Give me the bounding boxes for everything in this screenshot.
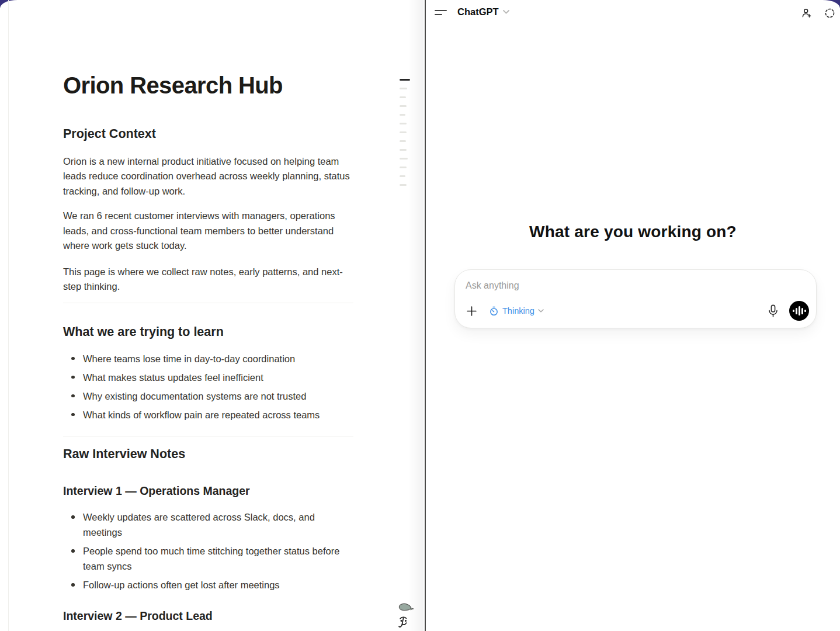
window-edge-shadow — [408, 0, 424, 631]
list-item[interactable]: Why existing documentation systems are n… — [63, 389, 355, 404]
voice-mode-button[interactable] — [789, 301, 809, 321]
app-title: ChatGPT — [457, 6, 499, 18]
stopwatch-icon — [489, 306, 499, 316]
sidebar-toggle-icon[interactable] — [435, 9, 447, 17]
microphone-icon — [768, 304, 779, 318]
interview-1-list: Weekly updates are scattered across Slac… — [63, 509, 355, 592]
bullet-column — [63, 543, 83, 574]
chat-composer-input[interactable]: Ask anything Thinking — [454, 269, 817, 328]
list-item[interactable]: Weekly updates are scattered across Slac… — [63, 509, 355, 540]
toggle-bar — [435, 14, 442, 15]
heading-raw-interview-notes[interactable]: Raw Interview Notes — [63, 446, 355, 462]
list-item[interactable]: Where teams lose time in day-to-day coor… — [63, 351, 355, 366]
list-item-text: What kinds of workflow pain are repeated… — [83, 407, 355, 422]
chatgpt-window: ChatGPT What are you working on? Ask any… — [426, 0, 840, 631]
bullet-icon — [71, 376, 75, 379]
outline-dash[interactable] — [400, 114, 405, 116]
heading-interview-1[interactable]: Interview 1 — Operations Manager — [63, 484, 355, 498]
outline-dash[interactable] — [400, 123, 407, 124]
heading-what-we-are-trying-to-learn[interactable]: What we are trying to learn — [63, 324, 355, 340]
bullet-column — [63, 351, 83, 366]
voice-waveform-icon — [796, 308, 797, 314]
voice-waveform-icon — [793, 310, 794, 312]
plus-icon — [466, 305, 478, 317]
outline-dash[interactable] — [400, 184, 407, 186]
outline-dash[interactable] — [400, 149, 407, 151]
list-item[interactable]: Follow-up actions often get lost after m… — [63, 577, 355, 592]
thinking-mode-selector[interactable]: Thinking — [489, 306, 544, 316]
outline-dash[interactable] — [400, 79, 410, 81]
temporary-chat-dashed-circle-icon[interactable] — [824, 8, 835, 19]
list-item[interactable]: What makes status updates feel inefficie… — [63, 370, 355, 385]
list-item[interactable]: What kinds of workflow pain are repeated… — [63, 407, 355, 422]
list-item-text: Follow-up actions often get lost after m… — [83, 577, 355, 592]
list-item-text: People spend too much time stitching tog… — [83, 543, 355, 574]
attach-plus-button[interactable] — [463, 303, 480, 319]
outline-dash[interactable] — [400, 140, 406, 142]
list-item-text: Why existing documentation systems are n… — [83, 389, 355, 404]
bullet-column — [63, 509, 83, 540]
bullet-icon — [71, 515, 75, 519]
toggle-bar — [435, 10, 447, 11]
page-outline-indicator — [400, 79, 410, 193]
bullet-icon — [71, 357, 75, 360]
list-item-text: What makes status updates feel inefficie… — [83, 370, 355, 385]
page-left-edge-line — [8, 0, 9, 631]
outline-dash[interactable] — [400, 167, 407, 168]
divider — [63, 303, 353, 303]
document-window: Orion Research Hub Project Context Orion… — [0, 0, 425, 631]
outline-dash[interactable] — [400, 105, 407, 107]
outline-dash[interactable] — [400, 88, 407, 89]
bullet-column — [63, 370, 83, 385]
input-placeholder: Ask anything — [466, 280, 519, 291]
person-add-icon[interactable] — [801, 8, 812, 19]
window-split-divider — [425, 0, 426, 631]
mode-label: Thinking — [502, 306, 534, 316]
document-body: Orion Research Hub Project Context Orion… — [63, 0, 355, 623]
list-item-text: Where teams lose time in day-to-day coor… — [83, 351, 355, 366]
bullet-column — [63, 389, 83, 404]
bullet-column — [63, 407, 83, 422]
paragraph[interactable]: Orion is a new internal product initiati… — [63, 154, 355, 199]
outline-dash[interactable] — [400, 158, 408, 160]
chevron-down-icon — [538, 309, 544, 313]
heading-project-context[interactable]: Project Context — [63, 126, 355, 142]
heading-interview-2[interactable]: Interview 2 — Product Lead — [63, 609, 355, 623]
voice-waveform-icon — [799, 306, 800, 316]
learn-list: Where teams lose time in day-to-day coor… — [63, 351, 355, 422]
chevron-down-icon — [503, 10, 509, 14]
outline-dash[interactable] — [400, 131, 407, 133]
outline-dash[interactable] — [400, 96, 406, 98]
screen: Orion Research Hub Project Context Orion… — [0, 0, 840, 631]
model-switcher[interactable]: ChatGPT — [457, 6, 509, 18]
divider — [63, 436, 353, 436]
paragraph[interactable]: We ran 6 recent customer interviews with… — [63, 209, 355, 254]
header-actions — [801, 8, 835, 19]
page-title[interactable]: Orion Research Hub — [63, 71, 355, 99]
pointer-cursor-sprite — [393, 602, 418, 631]
voice-waveform-icon — [804, 310, 806, 312]
hero-title: What are you working on? — [426, 223, 840, 241]
bullet-icon — [71, 413, 75, 417]
bullet-icon — [71, 583, 75, 587]
chat-header: ChatGPT — [426, 0, 840, 27]
outline-dash[interactable] — [400, 175, 405, 177]
paragraph[interactable]: This page is where we collect raw notes,… — [63, 265, 355, 294]
list-item[interactable]: People spend too much time stitching tog… — [63, 543, 355, 574]
bullet-icon — [71, 394, 75, 398]
list-item-text: Weekly updates are scattered across Slac… — [83, 509, 355, 540]
bullet-column — [63, 577, 83, 592]
dictate-button[interactable] — [765, 303, 780, 318]
voice-waveform-icon — [801, 308, 803, 314]
composer-toolbar: Thinking — [463, 300, 809, 321]
bullet-icon — [71, 549, 75, 553]
